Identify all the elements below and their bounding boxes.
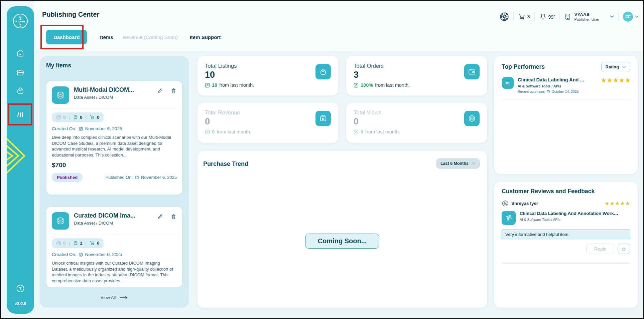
top-performers-title: Top Performers — [502, 63, 545, 70]
sidebar-item-home[interactable] — [16, 49, 25, 57]
bag-icon — [16, 86, 25, 95]
bookmark-icon — [73, 115, 78, 120]
sidebar-item-files[interactable] — [16, 68, 25, 77]
chevrons-decoration — [7, 134, 28, 178]
view-all-link[interactable]: View All — [40, 295, 189, 300]
stat-card-total-listings: Total Listings 10 10from last month. — [198, 56, 338, 95]
help-icon: ? — [16, 284, 25, 293]
notification-count: 99+ — [548, 14, 555, 20]
stat-value: 0 — [354, 116, 480, 127]
svg-text:?: ? — [19, 286, 22, 291]
performer-item-title: Clinical Data Labeling And ... — [518, 77, 591, 82]
stat-title: Total Views — [354, 109, 480, 116]
tab-revenue: Revenue (Coming Soon) — [123, 34, 178, 40]
chevron-down-icon — [635, 15, 639, 18]
stat-card-total-revenue: Total Revenue 0 0from last month. — [198, 103, 338, 143]
folder-icon — [16, 68, 25, 77]
header-actions: 3 99+ VYAAS Publisher, User — [500, 9, 639, 24]
tab-item-support[interactable]: Item Support — [190, 34, 221, 40]
reviewed-item-category: AI & Software Tools / APIs — [520, 218, 620, 222]
orders-count: 0 — [97, 241, 100, 246]
bookmark-icon — [73, 241, 78, 246]
wallet-icon — [464, 64, 480, 79]
trash-icon[interactable] — [170, 88, 177, 104]
item-title[interactable]: Multi-Modal DICOM... — [74, 86, 151, 93]
tab-dashboard[interactable]: Dashboard — [46, 30, 87, 44]
user-menu[interactable]: CE — [623, 12, 639, 22]
database-icon — [52, 86, 69, 104]
cart-button[interactable]: 3 — [518, 13, 530, 21]
item-card: Multi-Modal DICOM... Data Asset / DICOM — [46, 81, 182, 195]
created-on-line: Created On: November 6, 2025 — [52, 126, 177, 131]
purchase-trend-title: Purchase Trend — [203, 161, 248, 168]
reviewed-item-row[interactable]: Clinical Data Labeling And Annotation Wo… — [502, 211, 630, 225]
cash-icon — [315, 111, 331, 126]
stat-card-total-views: Total Views 0 0from last month. — [346, 103, 487, 143]
tab-items[interactable]: Items — [100, 34, 113, 40]
calendar-icon — [135, 175, 139, 180]
home-icon — [16, 49, 25, 57]
database-icon — [52, 212, 69, 230]
notifications-button[interactable]: 99+ — [539, 13, 555, 21]
divider — [502, 263, 630, 264]
bookmarks-count: 1 — [80, 241, 83, 246]
calendar-icon — [546, 90, 550, 93]
network-icon — [502, 211, 516, 225]
item-stats-pill: 0 | 0 | 0 — [52, 112, 104, 122]
trend-up-icon — [354, 83, 359, 88]
performer-item-category: AI & Software Tools / APIs — [518, 84, 597, 88]
stat-value: 3 — [354, 70, 480, 80]
stat-trend: 100%from last month. — [354, 82, 480, 88]
bayer-logo: BAYER B A E R — [12, 13, 28, 29]
coming-soon-button[interactable]: Coming Soon... — [305, 234, 379, 249]
views-icon — [464, 111, 480, 126]
divider — [559, 12, 560, 21]
edit-pencil-icon[interactable] — [157, 214, 163, 230]
tab-bar: Dashboard Items Revenue (Coming Soon) It… — [46, 30, 221, 44]
sidebar: BAYER B A E R — [7, 6, 34, 314]
calendar-icon — [79, 252, 83, 257]
star-rating: ★★★★★ — [605, 200, 630, 207]
stat-title: Total Revenue — [205, 109, 331, 116]
sort-dropdown[interactable]: Rating — [601, 62, 630, 72]
divider — [513, 12, 514, 21]
sidebar-item-publishing[interactable]: /II — [17, 111, 24, 118]
trash-icon[interactable] — [170, 214, 177, 230]
range-dropdown[interactable]: Last 6 Months — [436, 158, 480, 169]
trend-up-icon — [354, 129, 359, 134]
created-on-line: Created On: November 6, 2025 — [52, 252, 177, 257]
item-category: Data Asset / DICOM — [74, 95, 152, 100]
stat-value: 0 — [205, 116, 331, 127]
page-title: Publishing Center — [42, 11, 99, 18]
org-name: VYAAS — [574, 12, 599, 17]
org-role: Publisher, User — [574, 17, 599, 21]
bell-icon — [539, 13, 547, 21]
cart-icon — [90, 114, 95, 120]
org-switcher[interactable]: VYAAS Publisher, User — [564, 12, 614, 21]
recent-purchase-line: Recent purchase: October 14, 2025 — [518, 89, 597, 93]
eye-icon — [56, 114, 61, 120]
reviewed-item-title: Clinical Data Labeling And Annotation Wo… — [520, 211, 620, 216]
review-comment: Very informative and helpful item. — [502, 230, 630, 239]
orders-count: 0 — [97, 115, 100, 120]
svg-text:R: R — [19, 25, 21, 28]
edit-pencil-icon[interactable] — [157, 88, 163, 104]
reply-button[interactable]: Reply — [586, 244, 614, 254]
help-button[interactable]: ? — [16, 284, 25, 293]
chevron-down-icon — [622, 66, 626, 68]
purchase-trend-panel: Purchase Trend Last 6 Months Coming Soon… — [198, 151, 487, 308]
status-badge: Published — [52, 173, 83, 182]
item-category: Data Asset / DICOM — [74, 221, 152, 226]
item-title[interactable]: Curated DICOM Ima... — [74, 212, 151, 219]
item-description: Unlock critical insights with our Curate… — [52, 260, 177, 284]
reviews-panel: Customer Reviews and Feedback Shreyas Iy… — [494, 182, 638, 308]
publishing-center-screen: Publishing Center Dashboard Items Revenu… — [0, 0, 644, 319]
views-count: 0 — [63, 115, 66, 120]
sidebar-item-store[interactable] — [16, 86, 25, 95]
item-card: Curated DICOM Ima... Data Asset / DICOM — [46, 207, 182, 287]
top-performer-row[interactable]: #1 Clinical Data Labeling And ... AI & S… — [494, 72, 638, 93]
settings-coin-icon[interactable] — [500, 12, 509, 21]
trend-up-icon — [205, 83, 210, 88]
bag-icon — [315, 64, 331, 79]
like-button[interactable] — [618, 244, 630, 254]
